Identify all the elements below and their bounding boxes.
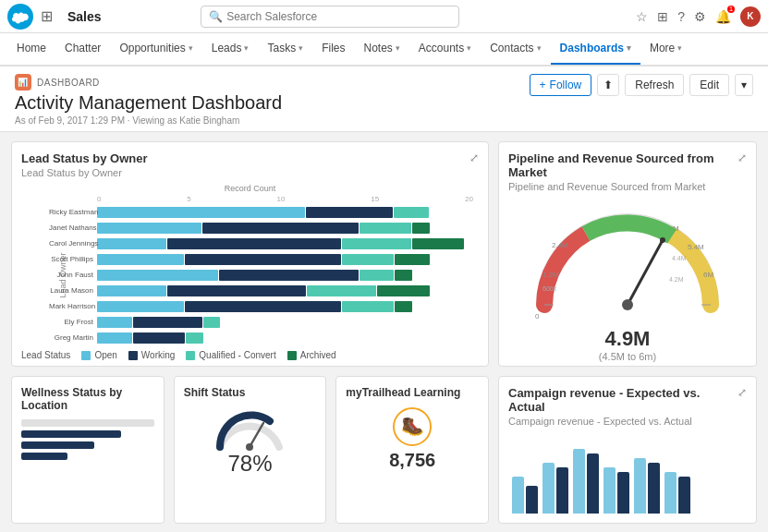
notifications-icon[interactable]: 🔔1	[715, 9, 731, 24]
refresh-button[interactable]: Refresh	[625, 74, 684, 96]
camp-bar-actual-4	[617, 472, 629, 514]
camp-bar-expected-4	[603, 467, 616, 514]
nav-home[interactable]: Home	[7, 33, 55, 65]
svg-text:4.4M: 4.4M	[672, 255, 687, 261]
nav-tasks[interactable]: Tasks ▾	[258, 33, 312, 65]
camp-group-6	[664, 472, 690, 514]
camp-bar-expected-6	[664, 472, 677, 514]
svg-text:5.4M: 5.4M	[688, 243, 704, 251]
bar-row: Ricky Eastman	[21, 205, 479, 219]
camp-bar-expected-3	[573, 449, 585, 514]
chart-legend: Lead Status Open Working Qualified - Con…	[21, 350, 479, 360]
svg-text:1.2M: 1.2M	[542, 271, 559, 279]
lead-status-card: Lead Status by Owner Lead Status by Owne…	[11, 141, 489, 367]
dashboard-meta: As of Feb 9, 2017 1:29 PM · Viewing as K…	[15, 115, 282, 126]
camp-bar-expected-2	[542, 463, 555, 514]
chart-question: Who has our leads, and what have they do…	[21, 364, 479, 367]
help-icon[interactable]: ?	[677, 9, 685, 24]
settings-icon[interactable]: ⚙	[694, 9, 706, 24]
expand-campaign-icon[interactable]: ⤢	[738, 386, 747, 399]
camp-bar-expected-1	[512, 477, 524, 514]
trailhead-count: 8,756	[389, 450, 435, 471]
svg-text:600k: 600k	[542, 285, 557, 292]
expand-pipeline-icon[interactable]: ⤢	[738, 151, 747, 164]
avatar[interactable]: K	[740, 6, 761, 27]
camp-bar-actual-3	[587, 453, 599, 514]
top-bar: ⊞ Sales 🔍 ☆ ⊞ ? ⚙ 🔔1 K	[0, 0, 768, 33]
dashboard-header: 📊 DASHBOARD Activity Management Dashboar…	[0, 66, 768, 132]
dashboard-label: 📊 DASHBOARD	[15, 74, 282, 91]
campaign-title: Campaign revenue - Expected vs. Actual	[508, 386, 738, 414]
svg-text:0: 0	[535, 312, 540, 320]
nav-chatter[interactable]: Chatter	[55, 33, 110, 65]
lead-chart-subtitle: Lead Status by Owner	[21, 167, 148, 178]
shift-widget: Shift Status 78%	[174, 376, 327, 524]
gauge-range: (4.5M to 6m)	[599, 351, 656, 362]
bar-row: Janet Nathans	[21, 221, 479, 235]
svg-text:2.4M: 2.4M	[552, 241, 568, 249]
svg-point-11	[622, 299, 633, 310]
bar-chart: Lead Owner Ricky EastmanJanet NathansCar…	[21, 205, 479, 345]
svg-line-10	[628, 240, 663, 305]
expand-lead-icon[interactable]: ⤢	[469, 151, 479, 164]
bar-row: Mark Harrison	[21, 299, 479, 313]
nav-more[interactable]: More ▾	[640, 33, 691, 65]
campaign-chart	[508, 440, 747, 514]
gauge-main-value: 4.9M	[599, 327, 656, 351]
notification-badge: 1	[727, 6, 735, 13]
trailhead-widget: myTrailhead Learning 🥾 8,756	[335, 376, 489, 524]
camp-group-3	[573, 449, 599, 514]
plus-icon: +	[540, 79, 546, 91]
trailhead-logo: 🥾	[392, 406, 433, 450]
nav-leads[interactable]: Leads ▾	[202, 33, 259, 65]
nav-opportunities[interactable]: Opportunities ▾	[110, 33, 201, 65]
camp-bar-actual-5	[648, 463, 660, 514]
legend-qualified: Qualified - Convert	[186, 350, 275, 360]
more-button[interactable]: ▾	[735, 74, 753, 96]
nav-notes[interactable]: Notes ▾	[354, 33, 408, 65]
svg-text:4.2M: 4.2M	[669, 276, 684, 283]
svg-text:6M: 6M	[703, 271, 713, 279]
dashboard-title: Activity Management Dashboard	[15, 92, 282, 114]
nav-contacts[interactable]: Contacts ▾	[481, 33, 550, 65]
lead-view-report[interactable]: View Report	[311, 366, 360, 367]
camp-group-4	[603, 467, 629, 514]
nav-files[interactable]: Files	[312, 33, 354, 65]
lead-view-report-link[interactable]: View Report	[257, 366, 307, 367]
axis-ticks: 05101520	[21, 195, 479, 203]
wellness-bar-1	[21, 430, 121, 438]
expand-button[interactable]: ⬆	[597, 74, 619, 96]
edit-button[interactable]: Edit	[689, 74, 729, 96]
bar-row: Scott Phillips	[21, 252, 479, 266]
gauge-value: 4.9M (4.5M to 6m)	[599, 327, 656, 362]
wellness-bar-2	[21, 441, 94, 449]
wellness-bar-3	[21, 453, 67, 460]
nav-accounts[interactable]: Accounts ▾	[409, 33, 481, 65]
add-icon[interactable]: ⊞	[657, 9, 668, 24]
gauge-container: 0 1.2M 2.4M 3.6M 4.8M 5.4M 6M 600k 4.2M …	[508, 198, 747, 367]
shift-percent: 78%	[227, 451, 272, 477]
star-icon[interactable]: ☆	[636, 9, 648, 24]
grid-icon[interactable]: ⊞	[41, 7, 53, 25]
wellness-bars	[21, 419, 154, 460]
bar-row: Ely Frost	[21, 315, 479, 329]
camp-group-2	[542, 463, 568, 514]
nav-bar: Home Chatter Opportunities ▾ Leads ▾ Tas…	[0, 33, 768, 66]
nav-dashboards[interactable]: Dashboards ▾	[551, 33, 640, 65]
bar-row: Greg Martin	[21, 331, 479, 345]
camp-group-5	[634, 458, 660, 514]
bar-row: Laura Mason	[21, 284, 479, 297]
shift-arc-svg	[213, 405, 286, 451]
campaign-card: Campaign revenue - Expected vs. Actual C…	[498, 376, 757, 524]
camp-bar-actual-6	[678, 477, 690, 514]
trailhead-title: myTrailhead Learning	[346, 386, 479, 399]
svg-point-17	[246, 443, 253, 451]
search-input[interactable]	[226, 10, 451, 23]
pipeline-title: Pipeline and Revenue Sourced from Market	[508, 151, 738, 179]
shift-gauge: 78%	[184, 401, 317, 477]
main-content: Lead Status by Owner Lead Status by Owne…	[0, 132, 768, 532]
lead-chart-title: Lead Status by Owner	[21, 151, 148, 165]
pipeline-card: Pipeline and Revenue Sourced from Market…	[498, 141, 757, 367]
app-name: Sales	[67, 9, 102, 24]
follow-button[interactable]: + Follow	[530, 74, 592, 96]
